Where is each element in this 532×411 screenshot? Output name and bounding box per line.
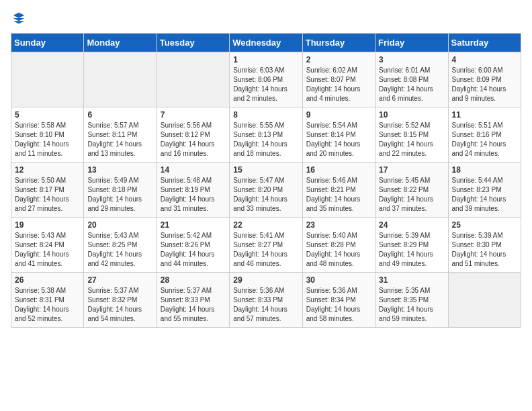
day-number: 16 <box>306 165 371 175</box>
calendar-cell: 17Sunrise: 5:45 AMSunset: 8:22 PMDayligh… <box>375 163 448 218</box>
calendar-cell: 22Sunrise: 5:41 AMSunset: 8:27 PMDayligh… <box>230 218 302 273</box>
day-number: 2 <box>306 55 371 64</box>
header-tuesday: Tuesday <box>157 34 229 52</box>
day-number: 18 <box>452 165 517 175</box>
day-number: 22 <box>233 220 298 230</box>
calendar-cell: 4Sunrise: 6:00 AMSunset: 8:09 PMDaylight… <box>448 52 521 107</box>
cell-info: Sunrise: 5:49 AMSunset: 8:18 PMDaylight:… <box>87 176 152 214</box>
day-number: 26 <box>15 275 80 285</box>
calendar-cell: 26Sunrise: 5:38 AMSunset: 8:31 PMDayligh… <box>11 273 84 328</box>
calendar-cell: 31Sunrise: 5:35 AMSunset: 8:35 PMDayligh… <box>375 273 448 328</box>
cell-info: Sunrise: 5:37 AMSunset: 8:32 PMDaylight:… <box>87 286 152 324</box>
cell-info: Sunrise: 6:02 AMSunset: 8:07 PMDaylight:… <box>306 66 371 103</box>
cell-info: Sunrise: 5:37 AMSunset: 8:33 PMDaylight:… <box>161 286 226 324</box>
cell-info: Sunrise: 5:38 AMSunset: 8:31 PMDaylight:… <box>15 286 80 324</box>
calendar-cell <box>84 52 157 107</box>
day-number: 3 <box>379 55 444 64</box>
calendar-cell: 3Sunrise: 6:01 AMSunset: 8:08 PMDaylight… <box>375 52 448 107</box>
cell-info: Sunrise: 5:41 AMSunset: 8:27 PMDaylight:… <box>233 231 298 269</box>
cell-info: Sunrise: 5:47 AMSunset: 8:20 PMDaylight:… <box>233 176 298 214</box>
calendar-cell: 30Sunrise: 5:36 AMSunset: 8:34 PMDayligh… <box>302 273 375 328</box>
cell-info: Sunrise: 5:55 AMSunset: 8:13 PMDaylight:… <box>233 121 298 158</box>
cell-info: Sunrise: 5:39 AMSunset: 8:30 PMDaylight:… <box>452 231 517 269</box>
calendar-cell: 14Sunrise: 5:48 AMSunset: 8:19 PMDayligh… <box>157 163 229 218</box>
calendar-cell: 28Sunrise: 5:37 AMSunset: 8:33 PMDayligh… <box>157 273 229 328</box>
calendar-cell: 6Sunrise: 5:57 AMSunset: 8:11 PMDaylight… <box>84 107 157 163</box>
cell-info: Sunrise: 5:54 AMSunset: 8:14 PMDaylight:… <box>306 121 371 158</box>
calendar-cell: 7Sunrise: 5:56 AMSunset: 8:12 PMDaylight… <box>157 107 229 163</box>
logo <box>11 11 26 25</box>
header-monday: Monday <box>84 34 157 52</box>
calendar-week-3: 12Sunrise: 5:50 AMSunset: 8:17 PMDayligh… <box>11 163 521 218</box>
calendar-cell <box>11 52 84 107</box>
day-number: 25 <box>452 220 517 230</box>
calendar-cell: 11Sunrise: 5:51 AMSunset: 8:16 PMDayligh… <box>448 107 521 163</box>
cell-info: Sunrise: 5:52 AMSunset: 8:15 PMDaylight:… <box>379 121 444 158</box>
cell-info: Sunrise: 5:46 AMSunset: 8:21 PMDaylight:… <box>306 176 371 214</box>
calendar-cell: 29Sunrise: 5:36 AMSunset: 8:33 PMDayligh… <box>230 273 302 328</box>
day-number: 20 <box>87 220 152 230</box>
calendar-cell: 23Sunrise: 5:40 AMSunset: 8:28 PMDayligh… <box>302 218 375 273</box>
calendar-cell: 12Sunrise: 5:50 AMSunset: 8:17 PMDayligh… <box>11 163 84 218</box>
cell-info: Sunrise: 5:42 AMSunset: 8:26 PMDaylight:… <box>161 231 226 269</box>
cell-info: Sunrise: 5:56 AMSunset: 8:12 PMDaylight:… <box>161 121 226 158</box>
cell-info: Sunrise: 5:40 AMSunset: 8:28 PMDaylight:… <box>306 231 371 269</box>
calendar-cell: 19Sunrise: 5:43 AMSunset: 8:24 PMDayligh… <box>11 218 84 273</box>
cell-info: Sunrise: 5:44 AMSunset: 8:23 PMDaylight:… <box>452 176 517 214</box>
calendar-cell <box>448 273 521 328</box>
header-saturday: Saturday <box>448 34 521 52</box>
cell-info: Sunrise: 6:03 AMSunset: 8:06 PMDaylight:… <box>233 66 298 103</box>
calendar-cell: 21Sunrise: 5:42 AMSunset: 8:26 PMDayligh… <box>157 218 229 273</box>
cell-info: Sunrise: 6:01 AMSunset: 8:08 PMDaylight:… <box>379 66 444 103</box>
calendar-cell: 1Sunrise: 6:03 AMSunset: 8:06 PMDaylight… <box>230 52 302 107</box>
day-number: 19 <box>15 220 80 230</box>
calendar-cell: 13Sunrise: 5:49 AMSunset: 8:18 PMDayligh… <box>84 163 157 218</box>
day-number: 4 <box>452 55 517 64</box>
day-number: 14 <box>161 165 226 175</box>
page-header <box>11 11 521 25</box>
cell-info: Sunrise: 5:35 AMSunset: 8:35 PMDaylight:… <box>379 286 444 324</box>
day-number: 17 <box>379 165 444 175</box>
cell-info: Sunrise: 5:36 AMSunset: 8:34 PMDaylight:… <box>306 286 371 324</box>
calendar-cell: 24Sunrise: 5:39 AMSunset: 8:29 PMDayligh… <box>375 218 448 273</box>
calendar-cell: 18Sunrise: 5:44 AMSunset: 8:23 PMDayligh… <box>448 163 521 218</box>
day-number: 23 <box>306 220 371 230</box>
cell-info: Sunrise: 5:36 AMSunset: 8:33 PMDaylight:… <box>233 286 298 324</box>
day-number: 1 <box>233 55 298 64</box>
calendar-cell <box>157 52 229 107</box>
calendar-cell: 8Sunrise: 5:55 AMSunset: 8:13 PMDaylight… <box>230 107 302 163</box>
header-sunday: Sunday <box>11 34 84 52</box>
calendar-week-1: 1Sunrise: 6:03 AMSunset: 8:06 PMDaylight… <box>11 52 521 107</box>
day-number: 8 <box>233 110 298 120</box>
calendar-cell: 27Sunrise: 5:37 AMSunset: 8:32 PMDayligh… <box>84 273 157 328</box>
day-number: 10 <box>379 110 444 120</box>
day-number: 6 <box>87 110 152 120</box>
calendar-cell: 25Sunrise: 5:39 AMSunset: 8:30 PMDayligh… <box>448 218 521 273</box>
day-number: 28 <box>161 275 226 285</box>
calendar-week-5: 26Sunrise: 5:38 AMSunset: 8:31 PMDayligh… <box>11 273 521 328</box>
cell-info: Sunrise: 5:43 AMSunset: 8:25 PMDaylight:… <box>87 231 152 269</box>
cell-info: Sunrise: 5:48 AMSunset: 8:19 PMDaylight:… <box>161 176 226 214</box>
day-number: 5 <box>15 110 80 120</box>
day-number: 24 <box>379 220 444 230</box>
day-number: 7 <box>161 110 226 120</box>
cell-info: Sunrise: 5:57 AMSunset: 8:11 PMDaylight:… <box>87 121 152 158</box>
logo-icon <box>12 11 26 25</box>
day-number: 13 <box>87 165 152 175</box>
day-number: 9 <box>306 110 371 120</box>
calendar-cell: 15Sunrise: 5:47 AMSunset: 8:20 PMDayligh… <box>230 163 302 218</box>
calendar-cell: 5Sunrise: 5:58 AMSunset: 8:10 PMDaylight… <box>11 107 84 163</box>
cell-info: Sunrise: 5:39 AMSunset: 8:29 PMDaylight:… <box>379 231 444 269</box>
day-number: 30 <box>306 275 371 285</box>
day-number: 11 <box>452 110 517 120</box>
calendar-cell: 20Sunrise: 5:43 AMSunset: 8:25 PMDayligh… <box>84 218 157 273</box>
cell-info: Sunrise: 5:43 AMSunset: 8:24 PMDaylight:… <box>15 231 80 269</box>
header-thursday: Thursday <box>302 34 375 52</box>
cell-info: Sunrise: 5:50 AMSunset: 8:17 PMDaylight:… <box>15 176 80 214</box>
day-number: 12 <box>15 165 80 175</box>
cell-info: Sunrise: 5:58 AMSunset: 8:10 PMDaylight:… <box>15 121 80 158</box>
day-number: 27 <box>87 275 152 285</box>
calendar-table: SundayMondayTuesdayWednesdayThursdayFrid… <box>11 33 521 328</box>
cell-info: Sunrise: 5:51 AMSunset: 8:16 PMDaylight:… <box>452 121 517 158</box>
cell-info: Sunrise: 6:00 AMSunset: 8:09 PMDaylight:… <box>452 66 517 103</box>
